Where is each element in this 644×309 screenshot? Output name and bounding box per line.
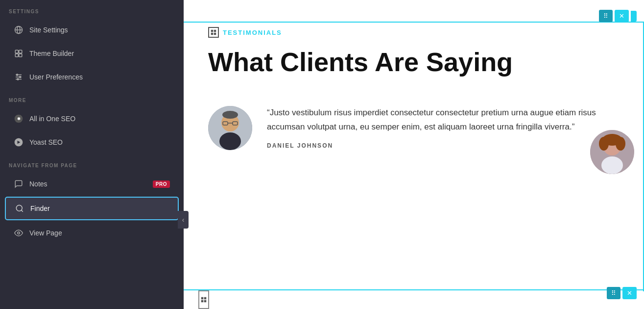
svg-rect-38 <box>204 300 207 303</box>
site-settings-label: Site Settings <box>29 26 170 34</box>
sidebar-item-user-preferences[interactable]: User Preferences <box>5 66 179 88</box>
svg-line-16 <box>21 210 23 211</box>
sidebar-item-all-in-one-seo[interactable]: ✱ All in One SEO <box>5 108 179 129</box>
svg-point-10 <box>17 74 18 76</box>
theme-builder-icon <box>14 49 24 58</box>
navigate-section-label: NAVIGATE FROM PAGE <box>0 154 184 172</box>
bottom-section-icon <box>198 290 209 309</box>
search-icon <box>15 204 24 213</box>
bottom-cyan-bar <box>184 289 644 290</box>
main-content: ⠿ ✕ TESTIMONIALS What Clients Are Saying <box>184 0 644 309</box>
avatar-man <box>208 106 252 150</box>
pro-badge: PRO <box>153 180 170 188</box>
sidebar-item-theme-builder[interactable]: Theme Builder <box>5 43 179 64</box>
close-icon-bottom: ✕ <box>627 289 632 297</box>
sidebar-item-yoast-seo[interactable]: Yoast SEO <box>5 131 179 153</box>
testimonials-section: TESTIMONIALS What Clients Are Saying <box>184 0 644 180</box>
svg-rect-5 <box>15 54 18 57</box>
section-tag: TESTIMONIALS <box>223 29 282 36</box>
testimonial-quote: “Justo vestibulum risus imperdiet consec… <box>267 106 620 134</box>
testimonial-author: DANIEL JOHNSON <box>267 142 620 149</box>
section-icon-box <box>208 27 219 38</box>
sidebar-collapse-button[interactable]: ‹ <box>178 211 189 229</box>
svg-point-17 <box>18 232 20 234</box>
notes-label: Notes <box>29 180 147 188</box>
svg-point-33 <box>599 137 609 151</box>
svg-rect-18 <box>211 30 214 32</box>
more-section-label: MORE <box>0 89 184 107</box>
globe-icon <box>14 25 24 35</box>
grid-icon: ⠿ <box>603 12 608 20</box>
yoast-seo-label: Yoast SEO <box>29 138 170 146</box>
svg-rect-20 <box>211 33 214 35</box>
bottom-toolbar-buttons: ⠿ ✕ <box>607 287 637 299</box>
svg-rect-19 <box>214 30 216 32</box>
svg-rect-21 <box>214 33 216 35</box>
settings-section-label: SETTINGS <box>0 0 184 18</box>
view-page-label: View Page <box>29 229 170 237</box>
sidebar-item-site-settings[interactable]: Site Settings <box>5 19 179 41</box>
toolbar-tab <box>631 11 637 22</box>
svg-point-28 <box>222 111 238 119</box>
svg-point-11 <box>20 77 21 78</box>
top-cyan-border <box>184 22 644 23</box>
svg-rect-3 <box>15 50 18 53</box>
close-button-top[interactable]: ✕ <box>615 10 629 22</box>
svg-text:✱: ✱ <box>17 116 21 121</box>
section-label-row: TESTIMONIALS <box>208 27 620 38</box>
aioseo-icon: ✱ <box>14 114 24 124</box>
grid-button-bottom[interactable]: ⠿ <box>607 287 620 299</box>
svg-rect-37 <box>201 300 204 303</box>
finder-label: Finder <box>30 205 169 212</box>
all-in-one-seo-label: All in One SEO <box>29 115 170 123</box>
testimonial-text: “Justo vestibulum risus imperdiet consec… <box>267 106 620 149</box>
close-icon-top: ✕ <box>619 12 624 20</box>
svg-rect-6 <box>19 54 22 57</box>
svg-rect-4 <box>19 50 22 53</box>
svg-rect-36 <box>204 297 207 300</box>
svg-point-12 <box>17 78 19 80</box>
section-heading: What Clients Are Saying <box>208 48 620 77</box>
user-preferences-label: User Preferences <box>29 73 170 81</box>
sidebar: SETTINGS Site Settings Theme Builder <box>0 0 184 309</box>
chat-icon <box>14 179 24 189</box>
svg-point-30 <box>601 156 623 174</box>
avatar-woman <box>590 130 634 174</box>
testimonial-card: “Justo vestibulum risus imperdiet consec… <box>208 91 620 165</box>
sidebar-item-view-page[interactable]: View Page <box>5 222 179 244</box>
svg-point-34 <box>616 137 625 151</box>
theme-builder-label: Theme Builder <box>29 50 170 57</box>
sidebar-item-notes[interactable]: Notes PRO <box>5 173 179 195</box>
top-toolbar-buttons: ⠿ ✕ <box>599 10 637 22</box>
grid-button[interactable]: ⠿ <box>599 10 613 22</box>
eye-icon <box>14 228 24 238</box>
sidebar-item-finder[interactable]: Finder <box>5 197 179 220</box>
svg-point-23 <box>219 132 241 150</box>
svg-rect-35 <box>201 297 204 300</box>
grid-icon-bottom: ⠿ <box>611 289 616 297</box>
yoast-icon <box>14 137 24 147</box>
sliders-icon <box>14 72 24 82</box>
close-button-bottom[interactable]: ✕ <box>622 287 637 299</box>
svg-point-15 <box>16 205 22 211</box>
